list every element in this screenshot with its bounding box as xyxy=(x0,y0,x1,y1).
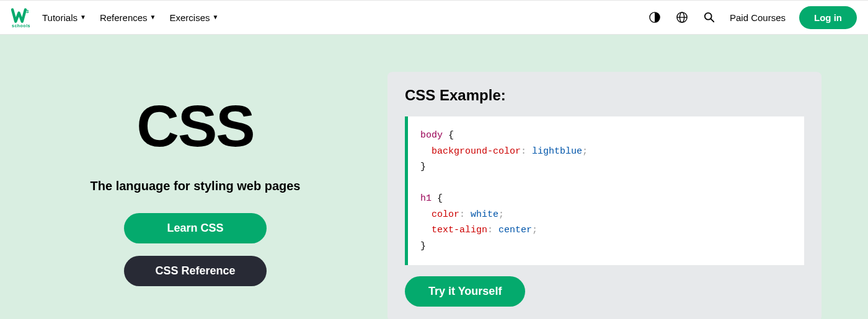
code-property: text-align xyxy=(432,225,487,235)
code-block: body { background-color: lightblue; } h1… xyxy=(405,116,804,265)
code-property: background-color xyxy=(432,146,521,157)
hero-right: CSS Example: body { background-color: li… xyxy=(388,72,822,319)
nav-references[interactable]: References ▼ xyxy=(100,12,156,23)
caret-down-icon: ▼ xyxy=(150,14,156,20)
example-card: CSS Example: body { background-color: li… xyxy=(388,72,822,319)
caret-down-icon: ▼ xyxy=(80,14,86,20)
code-value: center xyxy=(498,225,532,235)
nav-right: Paid Courses Log in xyxy=(648,6,857,29)
hero-left: CSS The language for styling web pages L… xyxy=(46,72,344,319)
try-it-yourself-button[interactable]: Try it Yourself xyxy=(405,276,525,307)
hero-subtitle: The language for styling web pages xyxy=(91,179,301,193)
logo-subtext: schools xyxy=(12,24,30,28)
example-heading: CSS Example: xyxy=(405,87,804,104)
nav-tutorials-label: Tutorials xyxy=(42,12,78,23)
search-icon[interactable] xyxy=(702,11,716,24)
code-value: white xyxy=(471,209,498,220)
code-property: color xyxy=(432,209,459,220)
code-selector: h1 xyxy=(420,193,432,204)
css-reference-button[interactable]: CSS Reference xyxy=(124,256,267,286)
nav-exercises[interactable]: Exercises ▼ xyxy=(170,12,219,23)
caret-down-icon: ▼ xyxy=(213,14,219,20)
svg-point-5 xyxy=(705,13,712,20)
svg-line-6 xyxy=(711,19,714,22)
svg-text:3: 3 xyxy=(26,8,29,14)
top-navbar: 3 schools Tutorials ▼ References ▼ Exerc… xyxy=(0,0,868,35)
nav-tutorials[interactable]: Tutorials ▼ xyxy=(42,12,86,23)
learn-css-button[interactable]: Learn CSS xyxy=(124,213,267,243)
w3-logo-icon: 3 xyxy=(11,7,31,25)
nav-references-label: References xyxy=(100,12,148,23)
hero-title: CSS xyxy=(136,97,254,155)
code-value: lightblue xyxy=(532,146,582,157)
theme-toggle-icon[interactable] xyxy=(648,11,662,24)
login-button[interactable]: Log in xyxy=(799,6,857,29)
nav-exercises-label: Exercises xyxy=(170,12,210,23)
code-selector: body xyxy=(420,130,443,141)
globe-icon[interactable] xyxy=(675,11,689,24)
hero-section: CSS The language for styling web pages L… xyxy=(0,35,868,319)
logo[interactable]: 3 schools xyxy=(11,7,31,28)
nav-left: Tutorials ▼ References ▼ Exercises ▼ xyxy=(42,12,218,23)
paid-courses-link[interactable]: Paid Courses xyxy=(730,12,786,23)
